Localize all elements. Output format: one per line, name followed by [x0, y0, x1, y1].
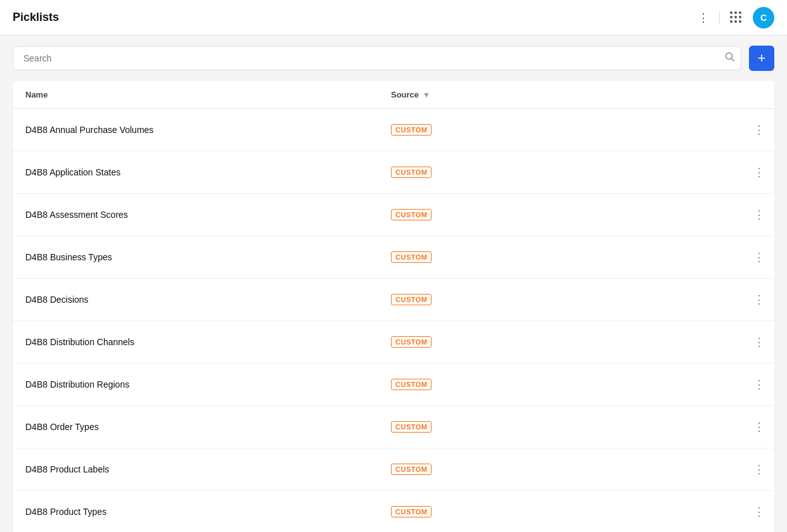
- col-header-source: Source ▼: [378, 81, 744, 108]
- row-more-button[interactable]: ⋮: [748, 375, 770, 394]
- header-divider: [719, 11, 720, 24]
- cell-actions: ⋮: [744, 109, 774, 151]
- cell-name: D4B8 Product Types: [13, 491, 378, 532]
- cell-source: CUSTOM: [378, 321, 744, 363]
- avatar-letter: C: [760, 13, 767, 23]
- cell-name: D4B8 Product Labels: [13, 448, 378, 490]
- cell-actions: ⋮: [744, 406, 774, 448]
- custom-badge: CUSTOM: [391, 124, 432, 136]
- table-body: D4B8 Annual Purchase Volumes CUSTOM ⋮ D4…: [13, 109, 774, 532]
- cell-source: CUSTOM: [378, 364, 744, 405]
- table-row: D4B8 Product Labels CUSTOM ⋮: [13, 448, 774, 491]
- row-more-icon: ⋮: [753, 293, 765, 307]
- search-input[interactable]: [13, 46, 741, 70]
- row-more-button[interactable]: ⋮: [748, 290, 770, 309]
- row-more-button[interactable]: ⋮: [748, 460, 770, 479]
- cell-actions: ⋮: [744, 236, 774, 278]
- custom-badge: CUSTOM: [391, 167, 432, 178]
- more-icon: ⋮: [698, 11, 709, 25]
- row-more-icon: ⋮: [753, 208, 765, 222]
- row-more-icon: ⋮: [753, 420, 765, 434]
- row-more-icon: ⋮: [753, 165, 765, 179]
- cell-name: D4B8 Decisions: [13, 279, 378, 320]
- custom-badge: CUSTOM: [391, 464, 432, 475]
- table-row: D4B8 Assessment Scores CUSTOM ⋮: [13, 194, 774, 236]
- search-icon: [725, 52, 735, 62]
- cell-actions: ⋮: [744, 321, 774, 363]
- custom-badge: CUSTOM: [391, 506, 432, 517]
- cell-actions: ⋮: [744, 491, 774, 532]
- col-header-name: Name: [13, 81, 378, 108]
- custom-badge: CUSTOM: [391, 336, 432, 348]
- col-header-actions: [744, 81, 774, 108]
- table-row: D4B8 Order Types CUSTOM ⋮: [13, 406, 774, 448]
- avatar-button[interactable]: C: [753, 7, 774, 28]
- row-more-icon: ⋮: [753, 505, 765, 519]
- row-more-button[interactable]: ⋮: [748, 120, 770, 139]
- cell-name: D4B8 Distribution Channels: [13, 321, 378, 363]
- custom-badge: CUSTOM: [391, 294, 432, 305]
- cell-source: CUSTOM: [378, 194, 744, 236]
- cell-actions: ⋮: [744, 364, 774, 405]
- row-more-button[interactable]: ⋮: [748, 417, 770, 436]
- cell-source: CUSTOM: [378, 491, 744, 532]
- row-more-button[interactable]: ⋮: [748, 163, 770, 182]
- sort-icon[interactable]: ▼: [423, 91, 430, 99]
- page-title: Picklists: [13, 11, 59, 24]
- cell-source: CUSTOM: [378, 236, 744, 278]
- custom-badge: CUSTOM: [391, 209, 432, 220]
- search-button[interactable]: [725, 52, 735, 65]
- row-more-icon: ⋮: [753, 462, 765, 476]
- table-row: D4B8 Business Types CUSTOM ⋮: [13, 236, 774, 279]
- row-more-button[interactable]: ⋮: [748, 332, 770, 352]
- cell-source: CUSTOM: [378, 151, 744, 193]
- cell-source: CUSTOM: [378, 109, 744, 151]
- table-row: D4B8 Annual Purchase Volumes CUSTOM ⋮: [13, 109, 774, 151]
- cell-name: D4B8 Application States: [13, 151, 378, 193]
- cell-actions: ⋮: [744, 151, 774, 193]
- cell-actions: ⋮: [744, 194, 774, 236]
- search-container: [13, 46, 741, 70]
- grid-icon: [730, 11, 743, 24]
- table-header: Name Source ▼: [13, 81, 774, 109]
- cell-name: D4B8 Assessment Scores: [13, 194, 378, 236]
- grid-menu-button[interactable]: [727, 9, 745, 27]
- cell-actions: ⋮: [744, 279, 774, 320]
- header-actions: ⋮ C: [695, 7, 774, 28]
- data-table: Name Source ▼ D4B8 Annual Purchase Volum…: [13, 81, 774, 532]
- cell-source: CUSTOM: [378, 448, 744, 490]
- table-row: D4B8 Application States CUSTOM ⋮: [13, 151, 774, 194]
- svg-line-1: [732, 59, 734, 61]
- table-row: D4B8 Distribution Channels CUSTOM ⋮: [13, 321, 774, 364]
- more-options-button[interactable]: ⋮: [695, 8, 712, 27]
- custom-badge: CUSTOM: [391, 251, 432, 263]
- cell-source: CUSTOM: [378, 406, 744, 448]
- cell-actions: ⋮: [744, 448, 774, 490]
- row-more-icon: ⋮: [753, 123, 765, 137]
- add-icon: +: [758, 51, 766, 65]
- cell-name: D4B8 Distribution Regions: [13, 364, 378, 405]
- row-more-icon: ⋮: [753, 377, 765, 391]
- row-more-icon: ⋮: [753, 335, 765, 349]
- table-container: Name Source ▼ D4B8 Annual Purchase Volum…: [0, 81, 787, 532]
- search-bar-wrapper: +: [0, 35, 787, 81]
- cell-name: D4B8 Order Types: [13, 406, 378, 448]
- table-row: D4B8 Product Types CUSTOM ⋮: [13, 491, 774, 532]
- custom-badge: CUSTOM: [391, 421, 432, 433]
- add-button[interactable]: +: [749, 46, 774, 71]
- table-row: D4B8 Distribution Regions CUSTOM ⋮: [13, 364, 774, 406]
- custom-badge: CUSTOM: [391, 379, 432, 390]
- row-more-button[interactable]: ⋮: [748, 205, 770, 224]
- header: Picklists ⋮ C: [0, 0, 787, 35]
- cell-name: D4B8 Business Types: [13, 236, 378, 278]
- row-more-button[interactable]: ⋮: [748, 502, 770, 521]
- cell-name: D4B8 Annual Purchase Volumes: [13, 109, 378, 151]
- row-more-button[interactable]: ⋮: [748, 248, 770, 267]
- row-more-icon: ⋮: [753, 250, 765, 264]
- table-row: D4B8 Decisions CUSTOM ⋮: [13, 279, 774, 321]
- cell-source: CUSTOM: [378, 279, 744, 320]
